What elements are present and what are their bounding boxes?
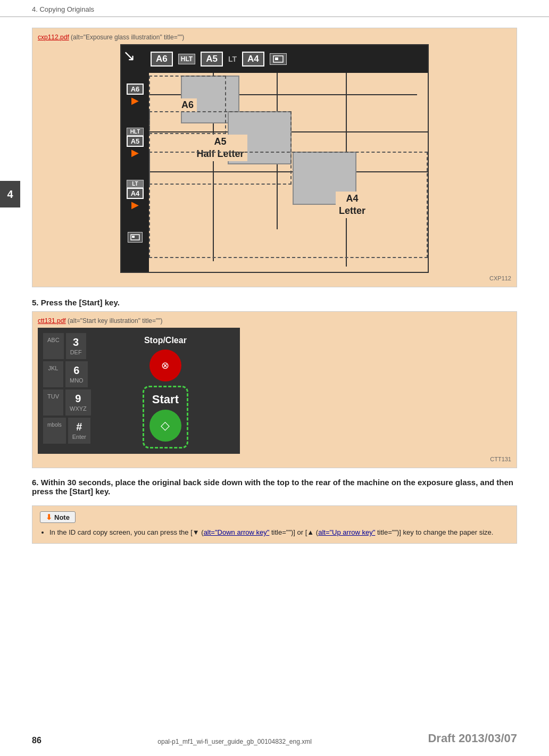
photo-icon-svg [273, 55, 284, 63]
step-5: 5. Press the [Start] key. ctt131.pdf (al… [32, 298, 517, 468]
keypad-row-3: TUV 9 WXYZ [43, 389, 91, 416]
diagram-caption: CXP112 [38, 275, 511, 281]
keypad-jkl: JKL [43, 361, 63, 387]
note-icon: ⬇ [46, 513, 52, 521]
left-ruler-hlt-a5: HLT A5 ▶ [127, 128, 144, 159]
start-key-link[interactable]: ctt131.pdf (alt="Start key illustration"… [38, 317, 511, 325]
keypad-tuv: TUV [43, 389, 63, 416]
main-content: cxp112.pdf (alt="Exposure glass illustra… [0, 17, 549, 554]
footer-filename: opal-p1_mf1_wi-fi_user_guide_gb_00104832… [157, 737, 312, 745]
start-key-diagram: ABC 3 DEF JKL 6 MNO [38, 328, 240, 454]
left-ruler: A6 ▶ HLT A5 ▶ LT A4 ▶ [121, 73, 149, 272]
keypad-6[interactable]: 6 MNO [65, 361, 88, 387]
paper-a6-label: A6 [178, 98, 197, 112]
stop-clear-label: Stop/Clear [144, 336, 187, 345]
illustration-box: cxp112.pdf (alt="Exposure glass illustra… [32, 28, 517, 287]
note-box: ⬇ Note In the ID card copy screen, you c… [32, 505, 517, 544]
note-list: In the ID card copy screen, you can pres… [40, 527, 509, 538]
ruler-a6-badge: A6 [151, 52, 173, 67]
ctt-caption: CTT131 [38, 456, 511, 462]
page-footer: 86 opal-p1_mf1_wi-fi_user_guide_gb_00104… [0, 732, 549, 745]
paper-a4-label: A4Letter [336, 192, 369, 219]
up-arrow-link[interactable]: alt="Up arrow key" [318, 528, 375, 536]
start-label: Start [152, 393, 179, 406]
start-area: Stop/Clear ⊗ Start ◇ [96, 333, 235, 448]
keypad-3[interactable]: 3 DEF [66, 333, 86, 359]
ruler-hlt-badge: HLT [178, 54, 195, 64]
ruler-photo-icon [270, 53, 287, 65]
ruler-lt-label: LT [228, 55, 237, 63]
keypad-row-2: JKL 6 MNO [43, 361, 91, 387]
step-5-number: 5. Press the [Start] key. [32, 298, 517, 307]
keypad-symbols: mbols [43, 418, 66, 444]
keypad-row-4: mbols # Enter [43, 418, 91, 444]
stop-clear-button[interactable]: ⊗ [149, 350, 181, 381]
keypad-9[interactable]: 9 WXYZ [65, 389, 91, 416]
ruler-a5-badge: A5 [201, 52, 223, 67]
top-ruler: A6 HLT A5 LT A4 [121, 45, 428, 73]
start-key-box: ctt131.pdf (alt="Start key illustration"… [32, 311, 517, 468]
step-6-number: 6. Within 30 seconds, place the original… [32, 478, 517, 496]
illustration-link[interactable]: cxp112.pdf (alt="Exposure glass illustra… [38, 34, 511, 41]
keypad: ABC 3 DEF JKL 6 MNO [43, 333, 91, 448]
exposure-diagram: ↘ A6 HLT A5 LT A4 A6 ▶ HLT [120, 44, 429, 273]
page-header: 4. Copying Originals [0, 0, 549, 17]
side-tab: 4 [0, 181, 20, 207]
note-header: ⬇ Note [40, 511, 76, 523]
footer-draft: Draft 2013/03/07 [428, 732, 517, 745]
left-ruler-a6: A6 ▶ [127, 84, 144, 106]
photo-icon-left [130, 234, 140, 240]
arrow-corner: ↘ [123, 47, 135, 64]
step-6: 6. Within 30 seconds, place the original… [32, 478, 517, 496]
start-button[interactable]: ◇ [149, 410, 181, 442]
glass-inner: A6 A5Half Letter A4Letter [149, 73, 428, 272]
svg-rect-3 [132, 236, 135, 238]
paper-a4-box: A4Letter [149, 152, 428, 258]
down-arrow-link[interactable]: alt="Down arrow key" [204, 528, 270, 536]
left-ruler-lt-a4: LT A4 ▶ [127, 180, 144, 211]
ruler-a4-badge: A4 [242, 52, 264, 67]
header-text: 4. Copying Originals [32, 5, 94, 13]
keypad-row-1: ABC 3 DEF [43, 333, 91, 359]
keypad-hash[interactable]: # Enter [68, 418, 90, 444]
left-ruler-photo [128, 232, 143, 243]
svg-rect-1 [275, 57, 278, 60]
start-btn-outer: Start ◇ [143, 386, 188, 448]
note-item: In the ID card copy screen, you can pres… [49, 527, 509, 538]
footer-page: 86 [32, 736, 41, 745]
keypad-abc: ABC [43, 333, 64, 359]
